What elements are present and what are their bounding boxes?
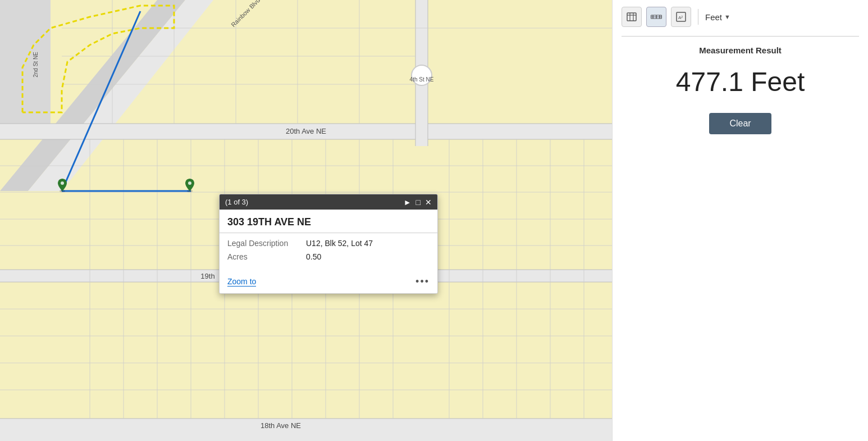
svg-rect-59: [627, 13, 636, 21]
right-panel: A² Feet ▼ Measurement Result 477.1 Feet …: [612, 0, 868, 441]
svg-text:2nd St NE: 2nd St NE: [33, 52, 39, 78]
measurement-label: Measurement Result: [622, 46, 859, 55]
table-icon: [627, 12, 637, 21]
svg-point-51: [188, 181, 191, 185]
popup-next-button[interactable]: ►: [404, 198, 412, 206]
panel-toolbar: A² Feet ▼: [622, 7, 859, 34]
panel-divider: [622, 36, 859, 37]
popup-pagination: (1 of 3): [225, 198, 248, 206]
clear-button[interactable]: Clear: [709, 113, 771, 134]
svg-point-49: [61, 181, 64, 185]
more-options-button[interactable]: •••: [415, 276, 430, 288]
svg-rect-10: [0, 419, 612, 441]
table-view-button[interactable]: [622, 7, 642, 27]
svg-text:20th Ave NE: 20th Ave NE: [286, 127, 326, 135]
popup-address: 303 19TH AVE NE: [220, 210, 437, 233]
measurement-value: 477.1 Feet: [622, 66, 859, 97]
popup-footer: Zoom to •••: [220, 271, 437, 293]
popup-value-acres: 0.50: [306, 252, 321, 261]
popup-row-acres: Acres 0.50: [227, 252, 430, 261]
svg-text:A²: A²: [678, 15, 683, 20]
popup-body: Legal Description U12, Blk 52, Lot 47 Ac…: [220, 233, 437, 271]
feature-popup: (1 of 3) ► □ ✕ 303 19TH AVE NE Legal Des…: [219, 194, 438, 294]
measure-distance-button[interactable]: [646, 7, 666, 27]
popup-value-legal: U12, Blk 52, Lot 47: [306, 239, 373, 248]
svg-text:19th: 19th: [200, 272, 214, 280]
svg-text:18th Ave NE: 18th Ave NE: [261, 421, 301, 430]
measure-area-icon: A²: [676, 12, 686, 22]
unit-dropdown-icon: ▼: [724, 13, 730, 20]
popup-header-controls: ► □ ✕: [404, 198, 432, 206]
measure-distance-icon: [651, 12, 662, 22]
popup-label-acres: Acres: [227, 252, 306, 261]
map-container[interactable]: 20th Ave NE 19th 18th Ave NE 4th St NE 2…: [0, 0, 612, 441]
zoom-to-link[interactable]: Zoom to: [227, 277, 256, 287]
svg-text:4th St NE: 4th St NE: [410, 76, 434, 83]
popup-header: (1 of 3) ► □ ✕: [220, 194, 437, 210]
unit-label: Feet: [705, 12, 722, 22]
popup-row-legal: Legal Description U12, Blk 52, Lot 47: [227, 239, 430, 248]
measure-area-button[interactable]: A²: [671, 7, 691, 27]
popup-close-button[interactable]: ✕: [425, 198, 432, 206]
popup-label-legal: Legal Description: [227, 239, 306, 248]
toolbar-separator: [698, 9, 698, 25]
popup-maximize-button[interactable]: □: [416, 198, 421, 206]
unit-selector[interactable]: Feet ▼: [705, 12, 730, 22]
